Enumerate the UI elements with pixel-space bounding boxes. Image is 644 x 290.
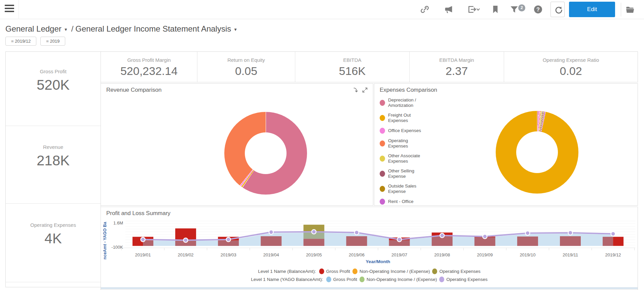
legend-label: Operating Expenses [446, 277, 487, 282]
restore-button[interactable] [551, 2, 565, 17]
legend-label: Other Associate Expenses [388, 153, 427, 164]
filter-chip-year[interactable]: = 2019 [40, 37, 65, 46]
kpi-value: 0.05 [197, 65, 295, 78]
svg-text:nceAmt - YAGO Ba: nceAmt - YAGO Ba [103, 221, 107, 259]
kpi-gross-profit: Gross Profit 520K [6, 69, 101, 126]
legend-item[interactable]: Non-Operating Income / (Expense) [359, 277, 437, 282]
legend-item[interactable]: Gross Profit [319, 268, 350, 274]
legend-label: Operating Expenses [439, 269, 480, 274]
legend-row-yago-balanceamt: Level 1 Name (YAGO BalanceAmt): Gross Pr… [251, 277, 487, 282]
kpi-row: Gross Profit Margin 520,232.14 Return on… [101, 51, 638, 82]
legend-label: Gross Profit [326, 269, 350, 274]
legend-row-balanceamt: Level 1 Name (BalanceAmt): Gross Profit … [258, 268, 481, 274]
breadcrumb-parent[interactable]: General Ledger [5, 24, 62, 33]
donut-hole [516, 131, 558, 173]
restore-icon [555, 6, 563, 15]
expenses-donut-chart[interactable] [496, 111, 578, 194]
kpi-label: Return on Equity [197, 57, 295, 63]
kpi-value: 516K [295, 65, 409, 78]
kpi-value: 4K [6, 231, 101, 247]
kpi-value: 218K [6, 153, 101, 169]
drill-arrow-icon[interactable] [352, 87, 359, 93]
legend-item[interactable]: Freight Out Expenses [380, 113, 427, 123]
kpi-value: 520K [6, 77, 101, 93]
legend-bullet [380, 186, 385, 192]
svg-text:2019/12: 2019/12 [605, 252, 621, 257]
kpi-value: 0.02 [504, 65, 638, 78]
legend-item[interactable]: Rent - Office [380, 199, 427, 205]
menu-icon[interactable] [5, 5, 14, 13]
legend-item[interactable]: Operating Expenses [432, 268, 480, 274]
edit-button[interactable]: Edit [569, 2, 615, 17]
link-icon[interactable] [420, 4, 430, 14]
kpi-value: 2.37 [410, 65, 504, 78]
legend-label: Depreciation / Amortization [388, 97, 427, 108]
sidebar-kpi-panel: Gross Profit 520K Revenue 218K Operating… [5, 51, 101, 287]
svg-text:2019/03: 2019/03 [221, 252, 236, 257]
revenue-comparison-panel: Revenue Comparison Cost of Goods Sold Da… [101, 83, 373, 206]
profit-and-loss-panel: Profit and Loss Summary 2019/012019/0220… [101, 207, 638, 290]
kpi-gross-profit-margin: Gross Profit Margin 520,232.14 [101, 52, 197, 82]
svg-text:2019/09: 2019/09 [477, 252, 493, 257]
kpi-ebitda-margin: EBITDA Margin 2.37 [410, 52, 504, 82]
legend-label: Operating Expenses [388, 138, 427, 149]
legend-item[interactable]: Depreciation / Amortization [380, 97, 427, 108]
help-icon[interactable]: ? [533, 4, 543, 14]
legend-item[interactable]: Gross Profit [326, 277, 357, 282]
legend-bullet [380, 171, 385, 177]
breadcrumb-separator: / [71, 24, 74, 33]
folder-icon[interactable] [625, 4, 635, 14]
legend-item[interactable]: Office Expenses [380, 128, 427, 134]
filter-chip-month[interactable]: = 2019/12 [5, 37, 36, 46]
svg-text:1.6M: 1.6M [113, 220, 123, 225]
legend-label: Other Selling Expense [388, 168, 427, 179]
kpi-label: Operating Expenses [6, 222, 101, 228]
legend-bullet [432, 268, 437, 274]
legend-item[interactable]: Operating Expenses [439, 277, 487, 282]
legend-item[interactable]: Outside Sales Expense [380, 183, 427, 194]
legend-label: Gross Profit [333, 277, 357, 282]
kpi-label: EBITDA Margin [410, 57, 504, 63]
svg-text:2019/08: 2019/08 [434, 252, 450, 257]
expenses-legend: Depreciation / AmortizationFreight Out E… [380, 97, 427, 205]
bookmark-icon[interactable] [490, 4, 500, 14]
kpi-operating-expense-ratio: Operating Expense Ratio 0.02 [504, 52, 638, 82]
legend-prefix: Level 1 Name (BalanceAmt): [258, 269, 316, 274]
legend-bullet [380, 100, 385, 106]
kpi-label: EBITDA [295, 57, 409, 63]
kpi-operating-expenses: Operating Expenses 4K [6, 222, 101, 282]
legend-prefix: Level 1 Name (YAGO BalanceAmt): [251, 277, 323, 282]
legend-label: Non-Operating Income / (Expense) [367, 277, 437, 282]
svg-text:2019/02: 2019/02 [178, 252, 194, 257]
legend-label: Non-Operating Income / (Expense) [359, 269, 430, 274]
revenue-donut-chart[interactable] [224, 112, 307, 195]
legend-item[interactable]: Non-Operating Income / (Expense) [352, 268, 430, 274]
filter-chips: = 2019/12 = 2019 [5, 37, 65, 46]
legend-item[interactable]: Other Selling Expense [380, 168, 427, 179]
filter-count-badge: 2 [518, 4, 525, 11]
legend-label: Office Expenses [388, 128, 427, 133]
export-icon[interactable] [467, 4, 480, 14]
pnl-combo-chart[interactable]: 2019/012019/022019/032019/042019/052019/… [101, 207, 638, 267]
kpi-label: Gross Profit Margin [101, 57, 197, 63]
legend-item[interactable]: Operating Expenses [380, 138, 427, 149]
toolbar-divider [18, 0, 19, 19]
legend-bullet [380, 115, 385, 121]
svg-text:Year/Month: Year/Month [366, 259, 390, 264]
legend-bullet [380, 140, 385, 147]
panel-title: Revenue Comparison [106, 87, 161, 93]
svg-text:2019/05: 2019/05 [306, 252, 322, 257]
svg-text:2019/07: 2019/07 [391, 252, 407, 257]
horizontal-scrollbar[interactable] [101, 287, 638, 289]
svg-text:2019/01: 2019/01 [135, 252, 151, 257]
announcement-icon[interactable] [443, 4, 453, 14]
chevron-down-icon[interactable]: ▼ [64, 27, 68, 32]
breadcrumb-current[interactable]: General Ledger Income Statement Analysis [75, 24, 231, 33]
legend-item[interactable]: Other Associate Expenses [380, 153, 427, 164]
kpi-return-on-equity: Return on Equity 0.05 [197, 52, 295, 82]
pnl-legend: Level 1 Name (BalanceAmt): Gross Profit … [101, 268, 638, 282]
chevron-down-icon[interactable]: ▼ [233, 27, 237, 32]
svg-text:2019/10: 2019/10 [520, 252, 535, 257]
filter-icon[interactable] [509, 4, 519, 14]
expand-icon[interactable] [362, 87, 368, 93]
